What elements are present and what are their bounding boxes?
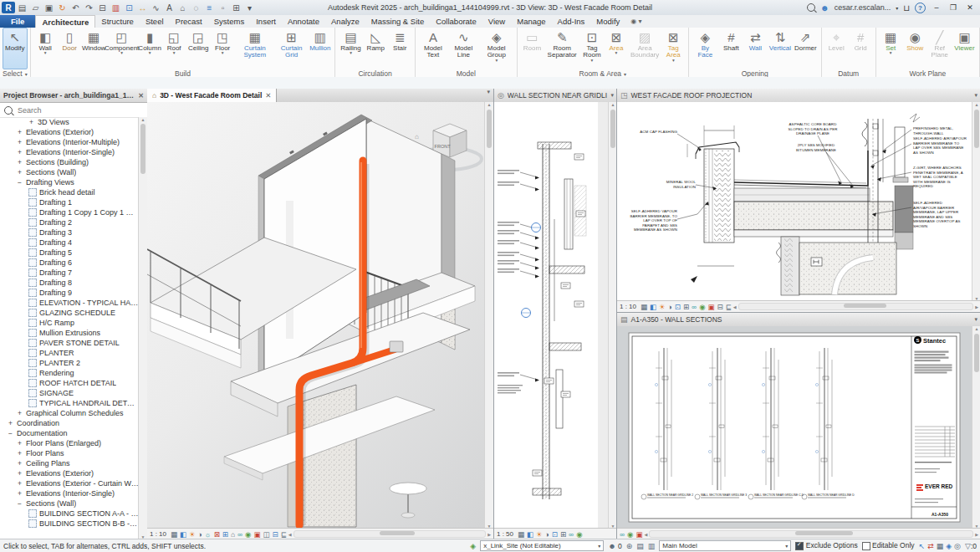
scroll-right-icon[interactable]: ▶ [487, 532, 491, 537]
tree-item-icon[interactable] [28, 218, 37, 227]
column-button[interactable]: ▮ Column [138, 28, 162, 69]
tree-item[interactable]: Drafting 7 [0, 268, 139, 278]
tree-item-icon[interactable] [28, 509, 37, 518]
drag-elements-icon[interactable]: ⇄ [927, 542, 934, 550]
scrollbar-thumb[interactable] [140, 124, 145, 174]
displacement-icon[interactable]: ⊟ [717, 303, 723, 311]
tab-annotate[interactable]: Annotate [282, 15, 325, 28]
tab-modify[interactable]: Modify [590, 15, 625, 28]
crop-view-icon[interactable]: ⊠ [214, 530, 220, 539]
tree-item-icon[interactable] [28, 379, 37, 387]
tree-item-icon[interactable] [28, 329, 37, 337]
horizontal-scrollbar[interactable]: ◀ ▶ [645, 530, 978, 538]
tree-item[interactable]: SIGNAGE [0, 388, 139, 398]
tree-item[interactable]: Drafting 2 [0, 217, 139, 227]
sheet-header[interactable]: ▤ A1-A350 - WALL SECTIONS ▾ [617, 313, 980, 327]
render-icon[interactable]: ◌ [190, 2, 202, 13]
vertical-button[interactable]: ⇅ Vertical [768, 28, 793, 69]
scale-button[interactable]: 1 : 10 [620, 303, 636, 310]
tree-item-icon[interactable] [28, 268, 37, 277]
worksets-icon[interactable]: ⊛ [626, 542, 633, 550]
tab-structure[interactable]: Structure [95, 15, 140, 28]
ramp-button[interactable]: ◺ Ramp [364, 28, 388, 69]
crop-view-icon[interactable]: ⊡ [675, 303, 681, 311]
hide-isolate-icon[interactable]: ∞ [569, 530, 574, 539]
round-table[interactable] [390, 483, 426, 518]
scale-button[interactable]: 1 : 10 [150, 530, 166, 538]
close-view-icon[interactable]: ✕ [265, 91, 271, 100]
roof-projection-canvas[interactable]: ACM CAP FLASHING ASPHALTIC CORE BOARD SL… [617, 102, 972, 301]
tab-massing-site[interactable]: Massing & Site [365, 15, 430, 28]
tree-item-icon[interactable] [28, 389, 37, 397]
tree-item[interactable]: Drafting 8 [0, 278, 139, 288]
mullion-button[interactable]: ▥ Mullion [308, 28, 332, 69]
detail-callout-tag[interactable] [522, 223, 541, 318]
user-menu-chevron-icon[interactable]: ▾ [896, 5, 898, 11]
tree-item[interactable]: − Documentation [0, 428, 139, 438]
tree-item-icon[interactable] [28, 248, 37, 257]
railing-button[interactable]: ▤ Railing [338, 28, 363, 69]
undo-icon[interactable]: ↶ [69, 2, 82, 13]
app-store-cart-icon[interactable]: ⊔ [903, 3, 910, 13]
tree-item-icon[interactable] [28, 339, 37, 347]
tree-item-icon[interactable] [28, 258, 37, 267]
tree-item-icon[interactable] [28, 289, 37, 297]
tree-item-icon[interactable]: + [16, 459, 23, 468]
dimension-icon[interactable]: ↔ [136, 2, 149, 13]
tab-list-chevron-icon[interactable]: ▾ [487, 89, 493, 102]
project-browser-header[interactable]: Project Browser - arch_buildinga1_144104… [0, 89, 147, 103]
tree-item-icon[interactable] [28, 208, 37, 217]
filter-button[interactable]: ▽:0 [965, 542, 977, 550]
thin-lines-icon[interactable]: ≡ [203, 2, 216, 13]
vertical-scrollbar[interactable]: ▲▼ [972, 102, 980, 301]
curtain-grid-button[interactable]: ⊞ Curtain Grid [275, 28, 308, 69]
tree-item[interactable]: Drafting 9 [0, 288, 139, 298]
room-button[interactable]: ▭ Room [520, 28, 544, 69]
tree-item-icon[interactable] [28, 359, 37, 367]
worksets-dialog-icon[interactable]: ▤ [636, 542, 644, 550]
editable-only-checkbox[interactable]: Editable Only [862, 541, 915, 550]
vertical-scrollbar[interactable]: ▲▼ [972, 326, 980, 529]
reveal-hidden-icon[interactable]: ◉ [699, 303, 705, 311]
inactive-view-icon[interactable]: ▫ [217, 2, 229, 13]
viewer-button[interactable]: ▣ Viewer [952, 28, 977, 69]
tree-item-icon[interactable]: − [16, 499, 23, 508]
tree-item[interactable]: + Elevations (Interior-Multiple) [0, 137, 139, 147]
roof-projection-header[interactable]: ◳ WEST FACADE ROOF PROJECTION ▾ [617, 89, 980, 103]
sync-icon[interactable]: ↻ [56, 2, 69, 13]
home-icon[interactable]: ▤ [16, 2, 28, 13]
tab-addins[interactable]: Add-Ins [552, 15, 591, 28]
tree-item-icon[interactable] [28, 299, 37, 307]
tree-item[interactable]: + Elevations (Interior-Single) [0, 147, 139, 157]
scale-button[interactable]: 1 : 50 [497, 530, 513, 538]
tree-item[interactable]: − Sections (Wall) [0, 498, 139, 509]
open-icon[interactable]: ▱ [29, 2, 42, 13]
room-separator-button[interactable]: ✎ Room Separator [544, 28, 580, 69]
minimize-button[interactable]: – [931, 3, 942, 12]
measure-icon[interactable]: ▥ [110, 2, 122, 13]
tree-item-icon[interactable] [28, 279, 37, 287]
sheet-canvas[interactable]: S Stantec EVER RED A1-A350 WALL SECTION … [617, 326, 972, 529]
close-icon[interactable]: ✕ [138, 92, 144, 100]
editing-requests[interactable]: ☻ 0 [608, 542, 622, 550]
tree-item-icon[interactable]: + [16, 479, 23, 488]
model-line-button[interactable]: ∿ Model Line [448, 28, 479, 69]
curtain-system-button[interactable]: ▦ Curtain System [235, 28, 275, 69]
tree-item[interactable]: + Ceiling Plans [0, 458, 139, 468]
hide-isolate-icon[interactable]: ∞ [237, 530, 242, 539]
tree-item-icon[interactable]: − [16, 178, 23, 187]
revit-logo[interactable]: R [2, 2, 15, 13]
tab-insert[interactable]: Insert [250, 15, 282, 28]
tree-item[interactable]: Drafting 3 [0, 227, 139, 238]
close-button[interactable]: ✕ [964, 3, 976, 12]
grid-button[interactable]: # Grid [849, 28, 873, 69]
model-text-button[interactable]: A Model Text [418, 28, 448, 69]
displacement-icon[interactable]: ⊟ [273, 530, 278, 539]
redo-icon[interactable]: ↷ [83, 2, 95, 13]
tree-item-icon[interactable] [28, 319, 37, 327]
tree-item-icon[interactable]: + [16, 148, 23, 156]
tree-item[interactable]: − Drafting Views [0, 177, 139, 187]
tree-item[interactable]: TYPICAL HANDRAIL DETAILS [0, 398, 139, 408]
tree-item[interactable]: Mullion Extrusions [0, 328, 139, 338]
modify-context-icon[interactable]: ◉ ▾ [625, 15, 641, 28]
